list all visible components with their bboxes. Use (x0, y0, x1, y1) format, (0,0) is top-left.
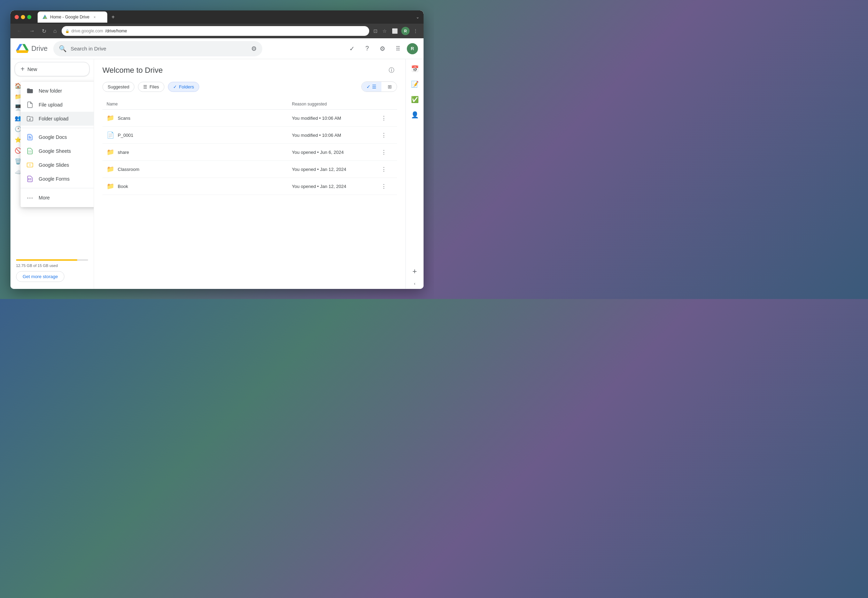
folder-icon: 📁 (106, 114, 114, 122)
tasks-panel-button[interactable]: ✅ (408, 93, 422, 106)
check-view-icon: ✓ (366, 84, 370, 90)
search-bar[interactable]: 🔍 Search in Drive ⚙ (53, 41, 262, 56)
search-placeholder: Search in Drive (71, 46, 247, 51)
forward-button[interactable]: → (27, 27, 37, 36)
more-options-button[interactable]: ⋮ (379, 147, 389, 157)
contacts-panel-button[interactable]: 👤 (408, 108, 422, 122)
more-options-button[interactable]: ⋮ (379, 164, 389, 174)
svg-rect-11 (28, 150, 30, 151)
browser-content: Drive 🔍 Search in Drive ⚙ ✓ ? ⚙ (10, 38, 424, 289)
apps-button[interactable]: ⠿ (391, 42, 404, 55)
extensions-button[interactable]: ⬜ (390, 27, 399, 35)
add-icon: + (412, 267, 417, 276)
google-docs-item[interactable]: Google Docs ▶ (21, 130, 94, 144)
file-reason: You opened • Jan 12, 2024 (292, 184, 379, 189)
tab-close-button[interactable]: × (92, 15, 97, 19)
new-button[interactable]: + New New folder (15, 62, 90, 76)
more-item[interactable]: ⋯ More ▶ (21, 190, 94, 205)
view-toggle: ✓ ☰ ⊞ (361, 81, 397, 92)
help-button[interactable]: ? (361, 42, 373, 55)
browser-profile-initial: R (404, 29, 407, 33)
right-panel: 📅 📝 ✅ 👤 + ‹ (405, 59, 424, 289)
filter-files-label: Files (150, 84, 159, 90)
settings-button[interactable]: ⚙ (376, 42, 389, 55)
more-label: More (39, 195, 50, 200)
folder-upload-label: Folder upload (39, 116, 69, 121)
nav-actions: ⊡ ☆ ⬜ R ⋮ (372, 27, 419, 35)
grid-view-button[interactable]: ⊞ (383, 82, 397, 91)
add-panel-button[interactable]: + (408, 265, 422, 278)
info-button[interactable]: ⓘ (386, 65, 397, 76)
table-row[interactable]: 📁 Classroom You opened • Jan 12, 2024 ⋮ (102, 161, 397, 178)
folder-upload-item[interactable]: Folder upload (21, 112, 94, 126)
file-icon: 📄 (106, 131, 114, 139)
new-button-label: New (27, 66, 37, 72)
col-reason: Reason suggested (292, 102, 379, 106)
traffic-lights (15, 15, 31, 19)
main-content: Welcome to Drive ⓘ Suggested ☰ Files ✓ F… (94, 59, 405, 289)
new-folder-item[interactable]: New folder (21, 84, 94, 98)
google-forms-item[interactable]: Google Forms ▶ (21, 172, 94, 186)
more-options-button[interactable]: ⋮ (379, 130, 389, 140)
browser-menu-button[interactable]: ⋮ (412, 27, 419, 35)
tab-expand-icon[interactable]: ⌄ (416, 15, 419, 19)
minimize-window-button[interactable] (21, 15, 25, 19)
table-row[interactable]: 📄 P_0001 You modified • 10:06 AM ⋮ (102, 127, 397, 144)
table-row[interactable]: 📁 share You opened • Jun 6, 2024 ⋮ (102, 144, 397, 161)
close-window-button[interactable] (15, 15, 19, 19)
list-view-button[interactable]: ✓ ☰ (361, 82, 381, 91)
screen-cast-button[interactable]: ⊡ (372, 27, 379, 35)
search-filter-icon[interactable]: ⚙ (251, 45, 257, 52)
apps-icon: ⠿ (396, 45, 400, 52)
google-forms-label: Google Forms (39, 176, 70, 182)
address-bar[interactable]: 🔒 drive.google.com /drive/home (61, 26, 369, 36)
browser-profile-button[interactable]: R (401, 27, 409, 35)
folder-icon: 📁 (106, 165, 114, 173)
header-actions: ✓ ? ⚙ ⠿ R (346, 42, 418, 55)
files-icon: ☰ (143, 84, 147, 90)
back-button[interactable]: ← (15, 27, 24, 36)
file-name: Book (118, 184, 128, 189)
filter-suggested-label: Suggested (108, 84, 129, 90)
file-upload-item[interactable]: File upload (21, 98, 94, 112)
file-reason: You modified • 10:06 AM (292, 115, 379, 121)
col-name: Name (106, 102, 292, 106)
more-options-button[interactable]: ⋮ (379, 181, 389, 191)
calendar-panel-button[interactable]: 📅 (408, 62, 422, 76)
folder-upload-icon (26, 115, 34, 122)
more-options-button[interactable]: ⋮ (379, 113, 389, 123)
app-header: Drive 🔍 Search in Drive ⚙ ✓ ? ⚙ (10, 38, 424, 59)
title-bar: Home - Google Drive × + ⌄ (10, 10, 424, 24)
folder-icon: 📁 (106, 182, 114, 190)
maximize-window-button[interactable] (27, 15, 31, 19)
filter-folders[interactable]: ✓ Folders (168, 82, 199, 92)
main-area: + New New folder (10, 59, 424, 289)
google-slides-icon (26, 161, 34, 169)
filter-suggested[interactable]: Suggested (102, 82, 135, 92)
active-tab[interactable]: Home - Google Drive × (37, 12, 107, 22)
google-sheets-item[interactable]: Google Sheets ▶ (21, 144, 94, 158)
table-row[interactable]: 📁 Scans You modified • 10:06 AM ⋮ (102, 110, 397, 127)
table-row[interactable]: 📁 Book You opened • Jan 12, 2024 ⋮ (102, 178, 397, 195)
svg-rect-14 (30, 152, 31, 153)
panel-expand-button[interactable]: ‹ (414, 281, 415, 286)
filter-files[interactable]: ☰ Files (138, 82, 164, 92)
home-button[interactable]: ⌂ (51, 27, 59, 36)
svg-rect-12 (30, 150, 31, 151)
new-dropdown-menu: New folder File upload (21, 82, 94, 207)
keep-panel-button[interactable]: 📝 (408, 77, 422, 91)
file-reason: You modified • 10:06 AM (292, 133, 379, 138)
user-avatar[interactable]: R (407, 43, 418, 54)
svg-marker-5 (16, 50, 28, 53)
google-slides-item[interactable]: Google Slides ▶ (21, 158, 94, 172)
dropdown-section-2: Google Docs ▶ (21, 128, 94, 188)
get-storage-button[interactable]: Get more storage (16, 271, 64, 282)
svg-point-17 (28, 178, 29, 179)
url-path: /drive/home (105, 28, 127, 33)
bookmark-button[interactable]: ☆ (381, 27, 388, 35)
help-icon: ? (365, 45, 369, 52)
new-tab-button[interactable]: + (109, 13, 117, 21)
reload-button[interactable]: ↻ (40, 27, 48, 36)
new-folder-icon (26, 87, 34, 94)
checklist-button[interactable]: ✓ (346, 42, 358, 55)
